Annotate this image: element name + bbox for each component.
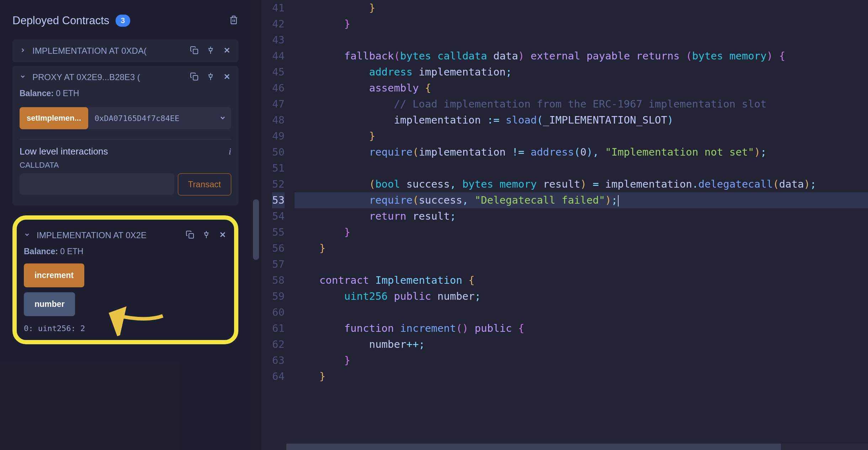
calldata-input[interactable]: [20, 173, 174, 195]
expand-function-button[interactable]: [214, 107, 231, 129]
contract-item: IMPLEMENTATION AT 0XDA(: [12, 40, 238, 62]
line-number-gutter: 4142434445464748495051525354555657585960…: [261, 0, 295, 450]
pin-icon[interactable]: [202, 230, 211, 240]
pin-icon[interactable]: [206, 72, 215, 82]
setimplementation-button[interactable]: setImplemen...: [20, 107, 88, 129]
code-content[interactable]: } } fallback(bytes calldata data) extern…: [295, 0, 868, 450]
contract-item: PROXY AT 0X2E9...B28E3 ( Balance: 0 ETH …: [12, 66, 238, 205]
balance-label: Balance: 0 ETH: [24, 247, 227, 256]
highlighted-contract-annotation: IMPLEMENTATION AT 0X2E Balance: 0 ETH in…: [12, 215, 238, 344]
contract-name[interactable]: PROXY AT 0X2E9...B28E3 (: [32, 72, 190, 82]
balance-value: 0 ETH: [60, 247, 83, 256]
contract-count-badge: 3: [116, 15, 130, 27]
svg-rect-0: [193, 49, 198, 54]
scrollbar-thumb[interactable]: [253, 199, 259, 260]
code-editor: 4142434445464748495051525354555657585960…: [251, 0, 868, 450]
svg-rect-2: [189, 234, 194, 238]
close-icon[interactable]: [223, 46, 231, 56]
copy-icon[interactable]: [190, 72, 199, 82]
divider: [20, 139, 231, 140]
chevron-right-icon[interactable]: [20, 47, 26, 55]
info-icon[interactable]: i: [229, 146, 231, 157]
delete-all-icon[interactable]: [229, 15, 238, 26]
horizontal-scrollbar[interactable]: [286, 444, 868, 450]
scrollbar-thumb[interactable]: [286, 444, 781, 450]
calldata-label: CALLDATA: [20, 161, 231, 170]
low-level-title: Low level interactions: [20, 146, 108, 157]
setimplementation-input[interactable]: [88, 107, 214, 129]
transact-button[interactable]: Transact: [178, 173, 231, 195]
panel-title: Deployed Contracts: [12, 14, 109, 27]
pin-icon[interactable]: [206, 46, 215, 56]
deployed-contracts-panel: Deployed Contracts 3 IMPLEMENTATION AT 0…: [0, 0, 251, 450]
svg-rect-1: [193, 75, 198, 80]
close-icon[interactable]: [218, 230, 227, 240]
balance-label: Balance: 0 ETH: [20, 89, 231, 98]
copy-icon[interactable]: [186, 230, 194, 240]
number-button[interactable]: number: [24, 292, 75, 316]
increment-button[interactable]: increment: [24, 263, 84, 287]
contract-name[interactable]: IMPLEMENTATION AT 0X2E: [37, 230, 186, 240]
vertical-scrollbar[interactable]: [251, 0, 261, 450]
contract-name[interactable]: IMPLEMENTATION AT 0XDA(: [32, 46, 190, 56]
copy-icon[interactable]: [190, 46, 199, 56]
chevron-down-icon[interactable]: [20, 73, 26, 81]
panel-header: Deployed Contracts 3: [12, 14, 238, 27]
chevron-down-icon[interactable]: [24, 231, 30, 239]
balance-value: 0 ETH: [56, 89, 79, 98]
close-icon[interactable]: [223, 72, 231, 82]
